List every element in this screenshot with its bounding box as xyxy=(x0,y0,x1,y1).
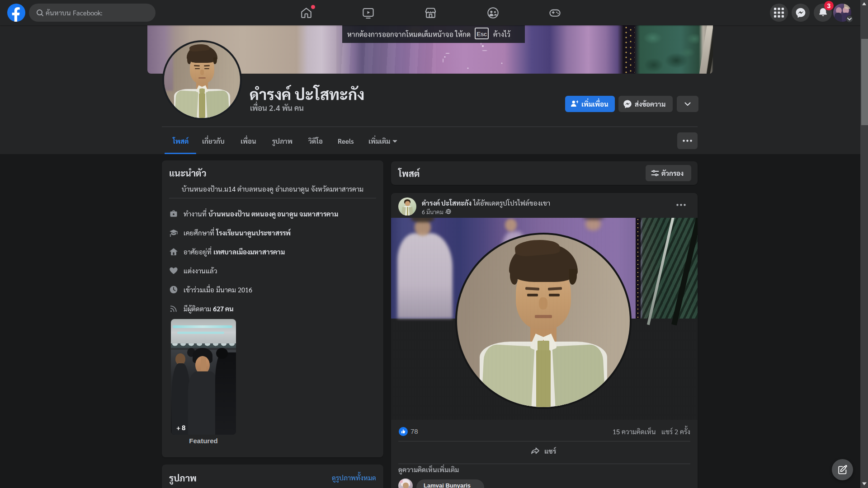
svg-text:3: 3 xyxy=(827,2,831,9)
svg-text:Lamvai Bunyaris: Lamvai Bunyaris xyxy=(424,482,471,488)
svg-text:Esc: Esc xyxy=(476,31,487,38)
svg-text:Featured: Featured xyxy=(189,437,217,445)
svg-text:78: 78 xyxy=(410,427,418,435)
